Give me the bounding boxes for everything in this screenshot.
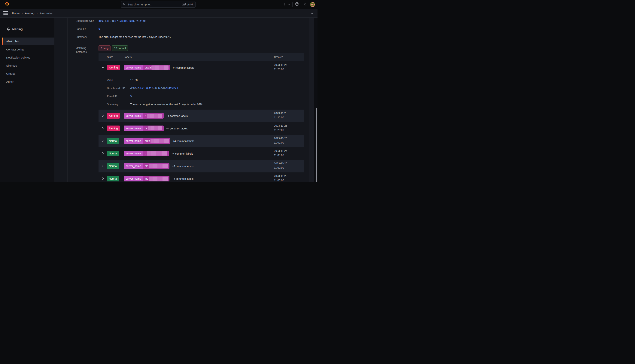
bell-icon [7,27,10,31]
alerting-sidebar: Alerting Alert rules Contact points Noti… [0,18,54,182]
scrollbar-thumb[interactable] [316,108,317,182]
redacted-blur [149,164,168,168]
redacted-blur [149,176,168,181]
label-pill: server_name oc [124,126,164,131]
search-input[interactable]: Search or jump to... ctrl+k [121,1,196,8]
right-gutter [309,18,314,182]
created-date: 2023-11-25 [274,63,287,67]
help-button[interactable] [295,2,299,7]
label-value: hle [145,164,148,168]
sidebar-item-admin[interactable]: Admin [0,78,54,85]
breadcrumb-home[interactable]: Home [12,12,20,15]
label-pill: server_name auth [124,138,170,144]
search-placeholder: Search or jump to... [128,3,182,6]
column-header-state: State [107,56,113,58]
grafana-app: Search or jump to... ctrl+k [0,0,318,182]
content-divider [67,18,68,182]
created-date: 2023-11-25 [274,149,287,153]
new-dropdown-button[interactable] [283,2,290,6]
row-expand-chevron-icon[interactable] [102,152,104,155]
sidebar-item-contact-points[interactable]: Contact points [0,46,54,53]
row-expand-chevron-icon[interactable] [102,127,104,130]
instance-row[interactable]: Alerting server_name oc +4 common labels… [98,122,304,135]
label-value: oc [145,127,148,130]
field-matching-instances: Matching instances [76,46,96,54]
label-value: h [145,114,146,117]
created-time: 11:20:00 [274,128,287,132]
row-expand-chevron-icon[interactable] [102,66,104,69]
detail-value: The error budget for a service for the l… [130,103,202,106]
sidebar-item-groups[interactable]: Groups [0,70,54,77]
sidebar-item-notification-policies[interactable]: Notification policies [0,54,54,61]
sidebar-item-silences[interactable]: Silences [0,62,54,69]
created-cell: 2023-11-25 11:20:00 [274,111,287,120]
common-labels-text: +4 common labels [166,114,188,118]
column-header-labels: Labels [124,56,132,58]
detail-row: Panel ID9 [107,95,132,98]
sidebar-item-alert-rules[interactable]: Alert rules [2,38,54,45]
user-avatar[interactable] [310,2,315,7]
instance-row[interactable]: Normal server_name ind +4 common labels … [98,172,304,182]
redacted-blur [147,114,162,118]
search-icon [123,3,126,6]
common-labels-text: +4 common labels [172,165,194,168]
detail-value[interactable]: d66242cf-71e8-417c-8ef7-51b0741545df [130,87,178,90]
label-value: d [145,152,146,155]
redacted-blur [152,66,168,70]
detail-label: Summary [107,103,130,106]
news-button[interactable] [303,2,307,7]
label-pill: server_name h [124,113,164,118]
created-time: 11:00:00 [274,140,287,145]
created-cell: 2023-11-25 11:20:00 [274,63,287,72]
instance-row[interactable]: Normal server_name auth +4 common labels… [98,135,304,147]
created-time: 11:00:00 [274,166,287,170]
instance-row[interactable]: Normal server_name hle +4 common labels … [98,160,304,172]
field-label: Dashboard UID [76,19,98,23]
menu-toggle-button[interactable] [4,11,8,15]
common-labels-text: +4 common labels [172,152,193,155]
sidebar-title: Alerting [12,28,23,31]
instance-row[interactable]: Alerting server_name grafa +4 common lab… [98,61,304,74]
created-cell: 2023-11-25 11:00:00 [274,136,287,145]
field-panel-id: Panel ID 9 [76,27,100,31]
created-date: 2023-11-25 [274,111,287,116]
keyboard-icon [182,3,186,6]
row-expand-chevron-icon[interactable] [102,177,104,180]
scrollbar-track[interactable] [314,18,318,182]
row-expand-chevron-icon[interactable] [102,140,104,142]
table-header: State Labels Created [98,53,304,61]
matching-instances-table: State Labels Created Alerting server_nam… [98,53,304,182]
row-expand-chevron-icon[interactable] [102,114,104,117]
breadcrumb-separator: › [37,12,38,15]
summary-text: The error budget for a service for the l… [98,35,170,39]
instances-table-body: Alerting server_name grafa +4 common lab… [98,61,304,182]
label-key: server_name [124,126,143,131]
detail-value[interactable]: 9 [130,95,132,98]
firing-count-badge: 3 firing [98,46,110,51]
panel-id-link[interactable]: 9 [98,27,100,31]
redacted-blur [147,152,168,156]
created-date: 2023-11-25 [274,136,287,140]
label-key: server_name [124,65,143,70]
label-pill: server_name grafa [124,65,170,70]
breadcrumb-bar: Home › Alerting › Alert rules [0,9,318,18]
instance-row[interactable]: Alerting server_name h +4 common labels … [98,110,304,122]
collapse-section-button[interactable] [310,12,313,15]
instance-row[interactable]: Normal server_name d +4 common labels 20… [98,147,304,160]
label-key: server_name [124,176,143,182]
field-summary: Summary The error budget for a service f… [76,35,170,39]
label-value: ind [145,177,148,180]
common-labels-text: +4 common labels [173,140,194,142]
created-time: 11:20:00 [274,116,287,120]
row-expand-chevron-icon[interactable] [102,165,104,167]
state-badge: Alerting [107,65,120,70]
grafana-logo[interactable] [4,1,10,8]
dashboard-uid-link[interactable]: d66242cf-71e8-417c-8ef7-51b0741545df [98,19,146,23]
state-badge: Normal [107,163,119,169]
instance-details: Value1e+00Dashboard UIDd66242cf-71e8-417… [98,74,304,110]
label-value: auth [145,140,150,142]
breadcrumb-alerting[interactable]: Alerting [25,12,34,15]
normal-count-badge: 10 normal [112,46,128,51]
created-time: 11:00:00 [274,178,287,182]
detail-row: Value1e+00 [107,78,138,82]
